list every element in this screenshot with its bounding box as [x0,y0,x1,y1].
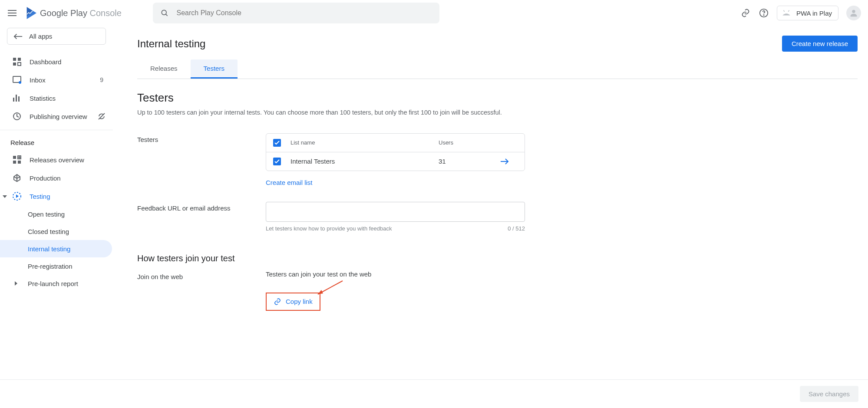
tab-testers[interactable]: Testers [191,59,238,79]
join-web-description: Testers can join your test on the web [266,270,526,278]
sidebar-sub-pre-launch-report[interactable]: Pre-launch report [0,275,113,292]
dashboard-icon [12,57,22,66]
sidebar-item-releases-overview[interactable]: Releases overview [0,151,113,169]
svg-point-4 [784,13,785,14]
sidebar-item-label: Dashboard [30,58,61,66]
svg-rect-12 [13,63,16,66]
label-feedback: Feedback URL or email address [137,202,266,212]
col-list-name: List name [290,139,429,146]
publishing-icon [12,112,22,121]
svg-point-15 [19,81,21,84]
page-title: Internal testing [137,38,205,50]
svg-marker-30 [15,281,17,286]
label-join-web: Join on the web [137,270,266,280]
sidebar-item-label: Publishing overview [30,113,87,120]
svg-rect-10 [13,58,16,61]
svg-rect-13 [18,63,21,66]
all-apps-button[interactable]: All apps [7,28,106,45]
svg-rect-23 [13,161,16,164]
cell-users: 31 [439,158,491,165]
subhead-how-join: How testers join your test [137,253,858,263]
play-logo-icon [24,7,36,19]
sidebar-sub-open-testing[interactable]: Open testing [0,205,113,223]
sidebar-section-release: Release [0,135,113,151]
copy-link-label: Copy link [286,298,313,305]
sync-off-icon [97,112,106,120]
svg-marker-27 [3,195,7,198]
svg-point-8 [852,10,855,13]
table-header: List name Users [266,134,525,152]
svg-rect-22 [18,161,21,164]
create-email-list-link[interactable]: Create email list [266,179,313,186]
checkbox-select-all[interactable] [273,139,281,147]
app-selector-label: PWA in Play [796,10,832,17]
svg-marker-33 [318,290,323,294]
sidebar-item-label: Releases overview [30,156,84,164]
copy-link-button[interactable]: Copy link [266,293,320,311]
production-icon [12,173,22,183]
arrow-left-icon [13,33,23,39]
sidebar-sub-pre-registration[interactable]: Pre-registration [0,257,113,275]
testers-table: List name Users Internal Testers 31 [266,133,525,171]
svg-line-7 [788,10,789,12]
svg-marker-29 [16,194,19,198]
releases-overview-icon [12,155,22,165]
inbox-badge: 9 [100,76,106,83]
feedback-char-count: 0 / 512 [508,225,525,232]
svg-point-5 [788,13,789,14]
table-row[interactable]: Internal Testers 31 [266,152,525,171]
search-icon [160,8,170,18]
sidebar-sub-closed-testing[interactable]: Closed testing [0,223,113,240]
section-title-testers: Testers [137,91,858,105]
all-apps-label: All apps [29,33,52,40]
search-box[interactable] [153,3,439,23]
sidebar-sub-internal-testing[interactable]: Internal testing [0,240,112,257]
play-console-logo[interactable]: Google Play Console [24,7,122,19]
sidebar-item-label: Production [30,174,61,182]
testing-icon [12,191,22,201]
android-icon [781,9,792,17]
annotation-arrow [314,280,345,297]
svg-line-1 [166,14,168,16]
section-description: Up to 100 testers can join your internal… [137,108,858,118]
checkbox-row[interactable] [273,158,281,165]
label-testers: Testers [137,133,266,143]
col-users: Users [439,139,491,146]
svg-rect-21 [13,156,16,159]
chevron-down-icon [3,194,8,198]
link-icon [274,298,281,306]
sidebar-item-statistics[interactable]: Statistics [0,89,113,107]
svg-rect-17 [16,95,17,102]
chevron-right-icon [14,281,19,286]
account-avatar[interactable] [846,6,861,20]
link-icon[interactable] [740,8,751,18]
inbox-icon [12,75,22,85]
arrow-right-icon[interactable] [500,158,518,165]
sidebar-item-label: Testing [30,193,50,200]
svg-rect-16 [13,98,14,102]
svg-point-3 [763,15,764,15]
svg-rect-11 [18,58,21,61]
svg-point-0 [162,10,167,15]
create-release-button[interactable]: Create new release [782,36,858,52]
sidebar-item-testing[interactable]: Testing [0,187,113,205]
svg-rect-18 [18,96,20,102]
statistics-icon [12,93,22,103]
menu-icon[interactable] [7,8,17,18]
sidebar-item-label: Inbox [30,76,46,84]
search-input[interactable] [176,9,432,17]
help-icon[interactable] [759,8,769,18]
tab-releases[interactable]: Releases [137,59,191,79]
logo-text: Google Play Console [40,8,122,18]
sidebar-item-dashboard[interactable]: Dashboard [0,53,113,71]
feedback-helper-text: Let testers know how to provide you with… [266,225,392,232]
sidebar-item-label: Statistics [30,95,56,102]
app-selector-chip[interactable]: PWA in Play [777,6,838,20]
sidebar-item-production[interactable]: Production [0,169,113,187]
sidebar-item-inbox[interactable]: Inbox 9 [0,71,113,89]
cell-list-name: Internal Testers [290,158,429,165]
sidebar-item-publishing-overview[interactable]: Publishing overview [0,107,113,125]
svg-line-6 [784,10,785,12]
feedback-input[interactable] [266,202,525,222]
